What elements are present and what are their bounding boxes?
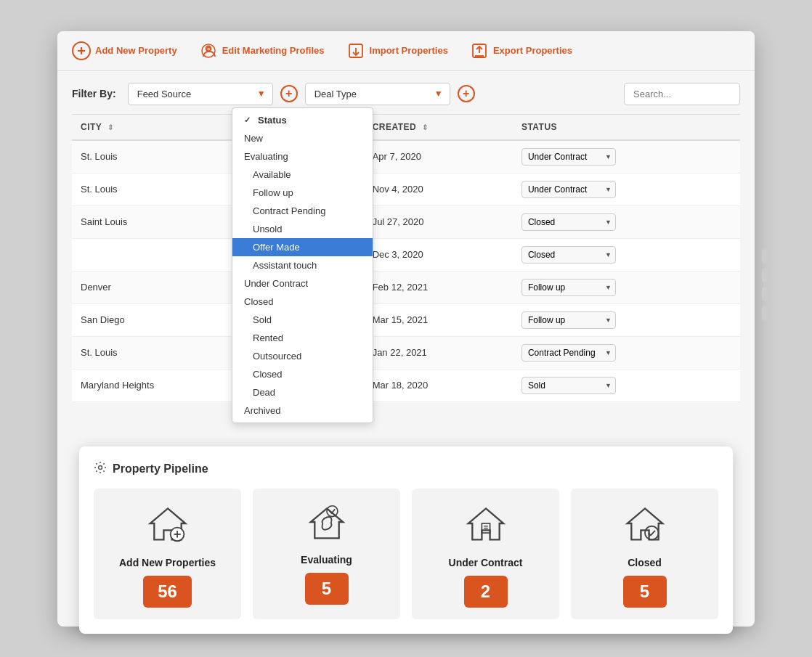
svg-marker-17 [468, 508, 503, 539]
created-cell: Nov 4, 2020 [364, 173, 513, 205]
table-row: Denver Feb 12, 2021 Follow up [72, 271, 740, 303]
table-row: St. Louis Apr 7, 2020 Under Contract [72, 140, 740, 174]
status-cell: Contract Pending [513, 336, 740, 369]
edit-marketing-label: Edit Marketing Profiles [222, 45, 325, 56]
pipeline-card[interactable]: Evaluating 5 [253, 489, 400, 619]
status-select[interactable]: Follow up [521, 279, 616, 296]
status-cell: Follow up [513, 303, 740, 336]
created-cell: Mar 15, 2021 [364, 303, 513, 336]
table-container: CITY ⇕ STATE CREATED ⇕ STATUS St. Louis … [57, 114, 755, 402]
dropdown-item[interactable]: Available [232, 166, 373, 184]
scroll-hint-1 [762, 249, 768, 264]
import-properties-button[interactable]: Import Properties [346, 41, 448, 60]
add-filter-button-2[interactable]: + [458, 85, 475, 102]
table-row: St. Louis Nov 4, 2020 Under Contract [72, 173, 740, 205]
pipeline-card-label: Closed [628, 557, 662, 568]
add-property-icon [72, 41, 91, 60]
dropdown-item[interactable]: Archived [232, 401, 373, 420]
dropdown-item[interactable]: Assistant touch [232, 256, 373, 274]
pipeline-card-count: 56 [143, 576, 192, 608]
dropdown-item[interactable]: Closed [232, 293, 373, 311]
pipeline-card-count: 2 [464, 576, 508, 608]
dropdown-item[interactable]: Contract Pending [232, 202, 373, 220]
dropdown-item[interactable]: Under Contract [232, 274, 373, 293]
dropdown-item[interactable]: Rented [232, 329, 373, 347]
dropdown-item[interactable]: Unsold [232, 220, 373, 238]
pipeline-card-icon [147, 503, 188, 550]
add-property-button[interactable]: Add New Property [72, 41, 177, 60]
deal-type-select[interactable]: Deal Type [305, 83, 450, 105]
dropdown-item[interactable]: Offer Made [232, 238, 373, 256]
status-select[interactable]: Closed [521, 213, 616, 231]
created-cell: Jul 27, 2020 [364, 205, 513, 238]
svg-point-23 [645, 526, 659, 539]
pipeline-label: Property Pipeline [113, 462, 208, 476]
export-properties-button[interactable]: Export Properties [470, 41, 572, 60]
table-row: San Diego Mar 15, 2021 Follow up [72, 303, 740, 336]
dropdown-item[interactable]: ✓Status [232, 111, 373, 129]
pipeline-card[interactable]: Closed 5 [571, 489, 718, 619]
add-filter-button[interactable]: + [280, 85, 298, 102]
scroll-hint-3 [762, 287, 768, 301]
city-cell: Denver [72, 271, 256, 303]
created-sort-icon[interactable]: ⇕ [422, 123, 429, 131]
pipeline-card-count: 5 [623, 576, 667, 608]
pipeline-card[interactable]: Add New Properties 56 [94, 489, 241, 619]
status-cell: Under Contract [513, 140, 740, 174]
status-select[interactable]: Under Contract [521, 148, 616, 166]
pipeline-card-label: Under Contract [449, 557, 523, 568]
col-header-created: CREATED ⇕ [364, 114, 513, 140]
scroll-hint-4 [762, 306, 768, 320]
main-window: Add New Property ⚙ Edit Marketing Profil… [57, 31, 755, 627]
city-sort-icon[interactable]: ⇕ [107, 123, 114, 131]
col-header-status: STATUS [513, 114, 740, 140]
feed-source-select[interactable]: Feed Source [128, 83, 273, 105]
dropdown-item[interactable]: Outsourced [232, 347, 373, 365]
svg-text:⚙: ⚙ [206, 46, 211, 53]
status-select[interactable]: Sold [521, 377, 616, 394]
table-row: Maryland Heights Missouri Mar 18, 2020 S… [72, 369, 740, 401]
status-select[interactable]: Under Contract [521, 181, 616, 198]
scroll-hint-2 [762, 268, 768, 282]
created-cell: Feb 12, 2021 [364, 271, 513, 303]
filter-by-label: Filter By: [72, 88, 116, 99]
pipeline-card-label: Evaluating [301, 554, 352, 566]
svg-point-10 [99, 465, 102, 469]
dropdown-item[interactable]: Follow up [232, 184, 373, 202]
pipeline-card-icon [625, 503, 665, 550]
pipeline-card-icon [308, 503, 346, 547]
svg-point-16 [327, 505, 338, 516]
pipeline-title: Property Pipeline [94, 461, 718, 477]
created-cell: Dec 3, 2020 [364, 238, 513, 271]
dropdown-item[interactable]: Closed [232, 365, 373, 383]
pipeline-card-count: 5 [305, 573, 349, 605]
city-cell: San Diego [72, 303, 256, 336]
export-label: Export Properties [493, 45, 572, 56]
dropdown-item[interactable]: New [232, 129, 373, 147]
toolbar: Add New Property ⚙ Edit Marketing Profil… [57, 31, 755, 71]
status-cell: Under Contract [513, 173, 740, 205]
gear-person-icon: ⚙ [199, 41, 218, 60]
status-cell: Closed [513, 205, 740, 238]
city-cell: St. Louis [72, 173, 256, 205]
status-dropdown: ✓StatusNewEvaluatingAvailableFollow upCo… [232, 107, 373, 423]
pipeline-card-icon [466, 503, 506, 550]
dropdown-item[interactable]: Evaluating [232, 147, 373, 166]
status-select[interactable]: Closed [521, 246, 616, 264]
search-input[interactable] [624, 83, 740, 105]
status-cell: Closed [513, 238, 740, 271]
pipeline-card[interactable]: Under Contract 2 [412, 489, 559, 619]
scroll-hints [762, 249, 768, 320]
feed-source-select-wrap: Feed Source ▼ [128, 83, 273, 105]
status-cell: Follow up [513, 271, 740, 303]
status-select[interactable]: Contract Pending [521, 344, 616, 362]
import-icon [346, 41, 365, 60]
edit-marketing-button[interactable]: ⚙ Edit Marketing Profiles [199, 41, 325, 60]
dropdown-item[interactable]: Sold [232, 311, 373, 329]
status-select[interactable]: Follow up [521, 311, 616, 329]
pipeline-panel: Property Pipeline Add New Properties 56 … [79, 446, 733, 634]
table-row: Saint Louis Jul 27, 2020 Closed [72, 205, 740, 238]
dropdown-item[interactable]: Dead [232, 383, 373, 401]
city-cell [72, 238, 256, 271]
pipeline-cards: Add New Properties 56 Evaluating 5 Under… [94, 489, 718, 619]
